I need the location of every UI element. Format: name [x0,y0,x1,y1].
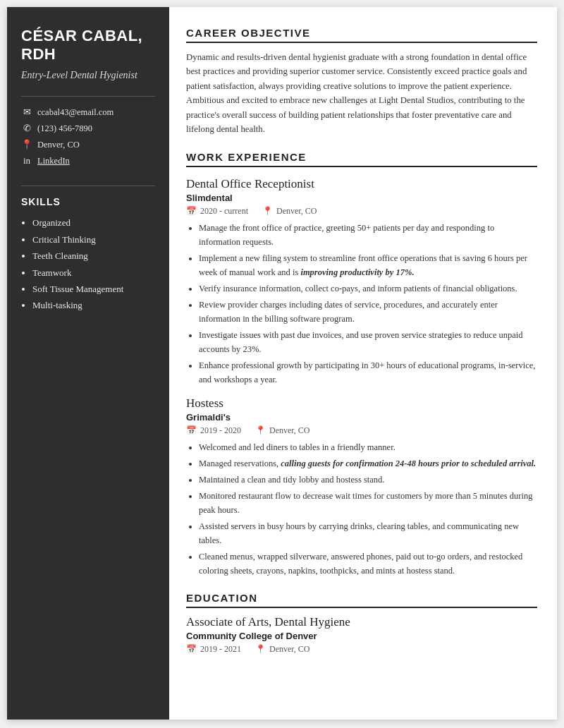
edu-location-text: Denver, CO [269,644,310,655]
bullet-item: Investigate issues with past due invoice… [199,328,537,356]
phone-icon: ✆ [21,123,32,134]
skill-item: Multi-tasking [32,297,155,313]
bold-italic-text: calling guests for confirmation 24-48 ho… [281,459,536,468]
contact-section: ✉ ccabal43@email.com ✆ (123) 456-7890 📍 … [21,96,155,171]
calendar-icon-edu: 📅 [186,644,197,655]
candidate-title: Entry-Level Dental Hygienist [21,68,155,83]
skill-item: Soft Tissue Management [32,281,155,297]
job-period-text-1: 2020 - current [200,206,248,217]
skill-item: Teeth Cleaning [32,248,155,264]
career-objective-text: Dynamic and results-driven dental hygien… [186,50,537,137]
career-objective-header: CAREER OBJECTIVE [186,27,537,43]
job-title-1: Dental Office Receptionist [186,177,537,191]
job-location-2: 📍 Denver, CO [255,425,310,436]
location-icon-2: 📍 [255,425,266,436]
bullet-item: Managed reservations, calling guests for… [199,456,537,471]
skill-item: Organized [32,214,155,231]
job-period-2: 📅 2019 - 2020 [186,425,241,436]
linkedin-link[interactable]: LinkedIn [37,156,70,166]
skill-item: Critical Thinking [32,231,155,248]
edu-degree: Associate of Arts, Dental Hygiene [186,615,537,629]
location-icon-1: 📍 [262,206,273,217]
candidate-name: CÉSAR CABAL, RDH [21,27,155,64]
sidebar: CÉSAR CABAL, RDH Entry-Level Dental Hygi… [7,7,169,720]
job-location-text-2: Denver, CO [269,425,310,436]
bullet-item: Manage the front office of practice, gre… [199,221,537,249]
skills-section: SKILLS Organized Critical Thinking Teeth… [21,186,155,313]
bullet-item: Verify insurance information, collect co… [199,281,537,296]
job-location-text-1: Denver, CO [276,206,317,217]
job-period-1: 📅 2020 - current [186,206,248,217]
edu-period: 📅 2019 - 2021 [186,644,241,655]
bullet-item: Implement a new filing system to streaml… [199,251,537,279]
job-location-1: 📍 Denver, CO [262,206,317,217]
phone-value: (123) 456-7890 [37,123,92,134]
bullet-item: Enhance professional growth by participa… [199,358,537,387]
education-header: EDUCATION [186,592,537,608]
linkedin-icon: in [21,155,32,166]
edu-location: 📍 Denver, CO [255,644,310,655]
resume-container: CÉSAR CABAL, RDH Entry-Level Dental Hygi… [7,7,557,720]
edu-school: Community College of Denver [186,631,537,641]
calendar-icon-2: 📅 [186,425,197,436]
job-bullets-2: Welcomed and led diners to tables in a f… [186,440,537,578]
linkedin-item[interactable]: in LinkedIn [21,155,155,166]
skills-list: Organized Critical Thinking Teeth Cleani… [21,214,155,313]
location-value: Denver, CO [37,140,80,150]
bold-italic-text: improving productivity by 17%. [300,267,414,277]
job-bullets-1: Manage the front office of practice, gre… [186,221,537,387]
company-name-1: Slimdental [186,193,537,203]
bullet-item: Assisted servers in busy hours by carryi… [199,519,537,547]
job-title-2: Hostess [186,396,537,411]
location-icon-edu: 📍 [255,644,266,655]
edu-period-text: 2019 - 2021 [200,644,241,655]
bullet-item: Monitored restaurant flow to decrease wa… [199,489,537,517]
edu-meta: 📅 2019 - 2021 📍 Denver, CO [186,644,537,655]
email-value: ccabal43@email.com [37,107,114,118]
calendar-icon-1: 📅 [186,206,197,217]
email-icon: ✉ [21,107,32,118]
main-content: CAREER OBJECTIVE Dynamic and results-dri… [169,7,557,720]
bullet-item: Cleaned menus, wrapped silverware, answe… [199,550,537,578]
skills-title: SKILLS [21,196,155,207]
job-meta-1: 📅 2020 - current 📍 Denver, CO [186,206,537,217]
phone-item: ✆ (123) 456-7890 [21,123,155,134]
bullet-item: Welcomed and led diners to tables in a f… [199,440,537,454]
company-name-2: Grimaldi's [186,412,537,423]
email-item: ✉ ccabal43@email.com [21,107,155,118]
job-meta-2: 📅 2019 - 2020 📍 Denver, CO [186,425,537,436]
bullet-item: Review provider charges including dates … [199,298,537,326]
bullet-item: Maintained a clean and tidy lobby and ho… [199,473,537,487]
job-period-text-2: 2019 - 2020 [200,425,241,436]
work-experience-header: WORK EXPERIENCE [186,151,537,167]
location-icon: 📍 [21,139,32,150]
location-item: 📍 Denver, CO [21,139,155,150]
skill-item: Teamwork [32,265,155,281]
